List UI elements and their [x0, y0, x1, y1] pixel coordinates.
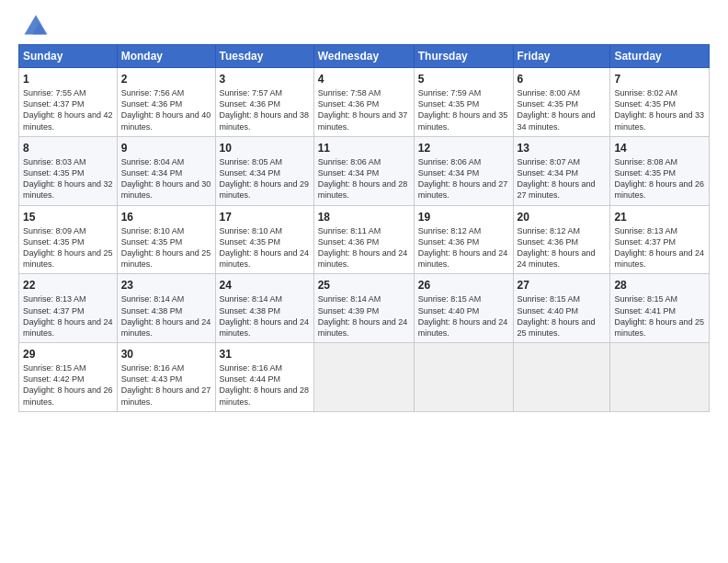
- sunrise-label: Sunrise: 8:15 AM: [23, 363, 86, 373]
- day-number: 30: [121, 347, 211, 362]
- day-number: 9: [121, 141, 211, 155]
- day-number: 25: [318, 278, 410, 293]
- day-number: 10: [220, 141, 310, 155]
- day-number: 21: [614, 210, 705, 224]
- sunset-label: Sunset: 4:38 PM: [220, 306, 281, 316]
- col-header-tuesday: Tuesday: [215, 45, 313, 68]
- sunrise-label: Sunrise: 8:00 AM: [518, 88, 581, 98]
- calendar-header-row: SundayMondayTuesdayWednesdayThursdayFrid…: [19, 45, 710, 68]
- calendar-cell: 22Sunrise: 8:13 AMSunset: 4:37 PMDayligh…: [19, 274, 118, 343]
- calendar-cell: 6Sunrise: 8:00 AMSunset: 4:35 PMDaylight…: [513, 68, 610, 137]
- sunrise-label: Sunrise: 8:12 AM: [518, 226, 581, 236]
- daylight-label: Daylight: 8 hours and 28 minutes.: [318, 179, 408, 200]
- sunrise-label: Sunrise: 8:13 AM: [614, 226, 677, 236]
- col-header-monday: Monday: [117, 45, 215, 68]
- sunrise-label: Sunrise: 8:15 AM: [418, 294, 482, 304]
- calendar-cell: 9Sunrise: 8:04 AMSunset: 4:34 PMDaylight…: [117, 136, 215, 205]
- daylight-label: Daylight: 8 hours and 32 minutes.: [23, 179, 113, 200]
- calendar-cell: 13Sunrise: 8:07 AMSunset: 4:34 PMDayligh…: [513, 136, 610, 205]
- sunrise-label: Sunrise: 8:16 AM: [220, 363, 283, 373]
- sunset-label: Sunset: 4:36 PM: [121, 99, 183, 109]
- sunset-label: Sunset: 4:34 PM: [121, 168, 183, 178]
- daylight-label: Daylight: 8 hours and 42 minutes.: [23, 110, 113, 131]
- day-number: 22: [23, 278, 113, 293]
- sunrise-label: Sunrise: 8:07 AM: [518, 157, 581, 167]
- calendar-cell: 30Sunrise: 8:16 AMSunset: 4:43 PMDayligh…: [117, 343, 215, 412]
- sunrise-label: Sunrise: 8:06 AM: [418, 157, 482, 167]
- daylight-label: Daylight: 8 hours and 25 minutes.: [121, 248, 211, 269]
- daylight-label: Daylight: 8 hours and 24 minutes.: [318, 317, 408, 338]
- sunset-label: Sunset: 4:35 PM: [121, 237, 183, 247]
- calendar-cell: 2Sunrise: 7:56 AMSunset: 4:36 PMDaylight…: [117, 68, 215, 137]
- calendar-cell: 8Sunrise: 8:03 AMSunset: 4:35 PMDaylight…: [19, 136, 118, 205]
- daylight-label: Daylight: 8 hours and 24 minutes.: [220, 317, 310, 338]
- calendar-table: SundayMondayTuesdayWednesdayThursdayFrid…: [18, 44, 710, 412]
- sunrise-label: Sunrise: 8:14 AM: [121, 294, 185, 304]
- day-number: 17: [220, 210, 310, 224]
- sunset-label: Sunset: 4:35 PM: [220, 237, 281, 247]
- sunset-label: Sunset: 4:36 PM: [418, 237, 480, 247]
- col-header-saturday: Saturday: [610, 45, 710, 68]
- day-number: 1: [23, 72, 113, 86]
- sunset-label: Sunset: 4:41 PM: [614, 306, 676, 316]
- day-number: 29: [23, 347, 113, 362]
- sunrise-label: Sunrise: 8:10 AM: [220, 226, 283, 236]
- calendar-cell: 28Sunrise: 8:15 AMSunset: 4:41 PMDayligh…: [610, 274, 710, 343]
- col-header-thursday: Thursday: [414, 45, 513, 68]
- col-header-wednesday: Wednesday: [313, 45, 414, 68]
- sunrise-label: Sunrise: 7:59 AM: [418, 88, 482, 98]
- day-number: 20: [518, 210, 607, 224]
- daylight-label: Daylight: 8 hours and 29 minutes.: [220, 179, 310, 200]
- day-number: 13: [518, 141, 607, 155]
- day-number: 16: [121, 210, 211, 224]
- logo: [18, 15, 51, 37]
- sunset-label: Sunset: 4:36 PM: [518, 237, 579, 247]
- sunset-label: Sunset: 4:34 PM: [518, 168, 579, 178]
- sunset-label: Sunset: 4:35 PM: [23, 168, 85, 178]
- sunrise-label: Sunrise: 8:06 AM: [318, 157, 381, 167]
- calendar-week-4: 22Sunrise: 8:13 AMSunset: 4:37 PMDayligh…: [19, 274, 710, 343]
- sunset-label: Sunset: 4:40 PM: [418, 306, 480, 316]
- sunset-label: Sunset: 4:36 PM: [318, 237, 380, 247]
- sunrise-label: Sunrise: 7:58 AM: [318, 88, 381, 98]
- logo-icon: [21, 11, 51, 37]
- daylight-label: Daylight: 8 hours and 27 minutes.: [518, 179, 596, 200]
- daylight-label: Daylight: 8 hours and 28 minutes.: [220, 385, 310, 406]
- sunset-label: Sunset: 4:37 PM: [23, 99, 85, 109]
- sunrise-label: Sunrise: 8:13 AM: [23, 294, 86, 304]
- calendar-cell: 1Sunrise: 7:55 AMSunset: 4:37 PMDaylight…: [19, 68, 118, 137]
- day-number: 31: [220, 347, 310, 362]
- sunset-label: Sunset: 4:35 PM: [614, 99, 676, 109]
- sunrise-label: Sunrise: 8:08 AM: [614, 157, 677, 167]
- daylight-label: Daylight: 8 hours and 24 minutes.: [418, 248, 508, 269]
- sunset-label: Sunset: 4:35 PM: [518, 99, 579, 109]
- sunset-label: Sunset: 4:35 PM: [23, 237, 85, 247]
- sunset-label: Sunset: 4:35 PM: [418, 99, 480, 109]
- sunrise-label: Sunrise: 8:16 AM: [121, 363, 185, 373]
- sunrise-label: Sunrise: 8:15 AM: [614, 294, 677, 304]
- header: [18, 15, 710, 37]
- day-number: 27: [518, 278, 607, 293]
- col-header-friday: Friday: [513, 45, 610, 68]
- daylight-label: Daylight: 8 hours and 24 minutes.: [418, 317, 508, 338]
- sunrise-label: Sunrise: 8:11 AM: [318, 226, 381, 236]
- calendar-cell: 7Sunrise: 8:02 AMSunset: 4:35 PMDaylight…: [610, 68, 710, 137]
- daylight-label: Daylight: 8 hours and 24 minutes.: [220, 248, 310, 269]
- page: SundayMondayTuesdayWednesdayThursdayFrid…: [0, 0, 728, 421]
- day-number: 18: [318, 210, 410, 224]
- sunrise-label: Sunrise: 8:14 AM: [220, 294, 283, 304]
- day-number: 2: [121, 72, 211, 86]
- calendar-cell: 25Sunrise: 8:14 AMSunset: 4:39 PMDayligh…: [313, 274, 414, 343]
- day-number: 23: [121, 278, 211, 293]
- daylight-label: Daylight: 8 hours and 40 minutes.: [121, 110, 211, 131]
- sunrise-label: Sunrise: 8:02 AM: [614, 88, 677, 98]
- calendar-cell: 10Sunrise: 8:05 AMSunset: 4:34 PMDayligh…: [215, 136, 313, 205]
- sunrise-label: Sunrise: 7:55 AM: [23, 88, 86, 98]
- sunset-label: Sunset: 4:36 PM: [318, 99, 380, 109]
- calendar-week-2: 8Sunrise: 8:03 AMSunset: 4:35 PMDaylight…: [19, 136, 710, 205]
- daylight-label: Daylight: 8 hours and 27 minutes.: [121, 385, 211, 406]
- calendar-cell: 31Sunrise: 8:16 AMSunset: 4:44 PMDayligh…: [215, 343, 313, 412]
- sunrise-label: Sunrise: 8:03 AM: [23, 157, 86, 167]
- calendar-cell: 17Sunrise: 8:10 AMSunset: 4:35 PMDayligh…: [215, 205, 313, 274]
- daylight-label: Daylight: 8 hours and 24 minutes.: [121, 317, 211, 338]
